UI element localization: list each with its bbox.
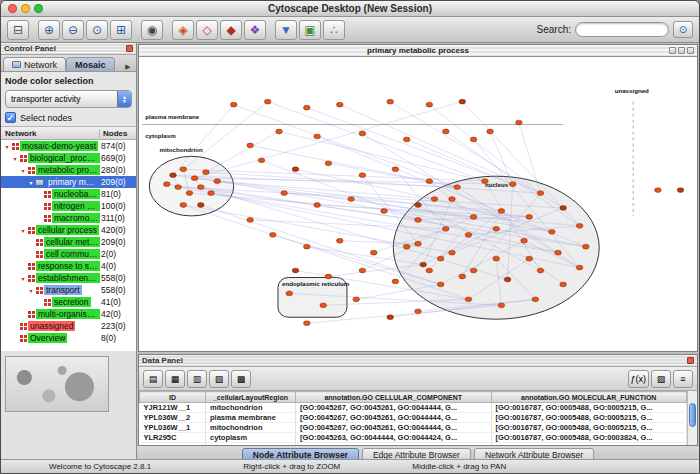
table-row[interactable]: YPL036W__1mitochondrion[GO:0045267, GO:0…: [140, 423, 687, 433]
snapshot-button[interactable]: ◉: [141, 20, 163, 40]
network-node[interactable]: [560, 206, 567, 211]
network-node[interactable]: [286, 291, 293, 296]
network-node[interactable]: [677, 188, 684, 193]
table-cell[interactable]: YJR121W__1: [140, 403, 206, 413]
network-node[interactable]: [247, 218, 254, 223]
network-edge[interactable]: [340, 105, 541, 193]
tree-row[interactable]: multi-organism pr...42(0): [1, 308, 136, 320]
network-node[interactable]: [449, 197, 456, 202]
tree-row[interactable]: ▾biological_process669(0): [1, 152, 136, 164]
network-node[interactable]: [304, 321, 311, 326]
network-node[interactable]: [560, 282, 567, 287]
tree-row[interactable]: ▾mosaic-demo-yeast874(0): [1, 140, 136, 152]
network-node[interactable]: [320, 303, 327, 308]
table-scrollbar-thumb[interactable]: [689, 403, 696, 427]
table-cell[interactable]: [GO:0016787, GO:0005488, GO:0005215, G..…: [491, 413, 687, 423]
attribute-select-button[interactable]: ▤: [143, 370, 163, 388]
expand-arrow-icon[interactable]: ▾: [19, 167, 27, 174]
tree-row[interactable]: cell communica...2(0): [1, 248, 136, 260]
tree-row[interactable]: unassigned223(0): [1, 320, 136, 332]
column-header[interactable]: _cellularLayoutRegion: [206, 392, 296, 403]
tree-row[interactable]: nucleobase...81(0): [1, 188, 136, 200]
network-node[interactable]: [191, 176, 198, 181]
table-cell[interactable]: [GO:0044444, GO:0044424, GO:0044446, ...: [296, 443, 492, 446]
network-node[interactable]: [264, 99, 271, 104]
network-node[interactable]: [465, 232, 472, 237]
attribute-delete-button[interactable]: ▥: [187, 370, 207, 388]
network-edge[interactable]: [279, 131, 485, 181]
network-node[interactable]: [230, 102, 237, 107]
network-node[interactable]: [175, 185, 182, 190]
expand-arrow-icon[interactable]: ▾: [3, 143, 11, 150]
table-cell[interactable]: plasma membrane: [206, 413, 296, 423]
network-node[interactable]: [381, 209, 388, 214]
network-node[interactable]: [498, 303, 505, 308]
network-node[interactable]: [314, 203, 321, 208]
network-node[interactable]: [387, 315, 394, 320]
table-cell[interactable]: [GO:0045263, GO:0044444, GO:0044424, G..…: [296, 433, 492, 443]
network-node[interactable]: [304, 244, 311, 249]
table-cell[interactable]: [GO:0016787, GO:0005488, GO:0005215, G..…: [491, 423, 687, 433]
filter-button[interactable]: ▼: [275, 20, 297, 40]
network-node[interactable]: [576, 223, 583, 228]
table-row[interactable]: YLR295Ccytoplasm[GO:0045263, GO:0044444,…: [140, 433, 687, 443]
network-node[interactable]: [247, 143, 254, 148]
table-cell[interactable]: YPL036W__2: [140, 413, 206, 423]
color-attribute-select[interactable]: transporter activity ▲▼: [5, 90, 132, 108]
table-cell[interactable]: mitochondrion: [206, 423, 296, 433]
network-node[interactable]: [336, 238, 343, 243]
table-cell[interactable]: [GO:0016787, GO:0005488, GO:0005215, G..…: [491, 403, 687, 413]
network-node[interactable]: [276, 129, 283, 134]
table-cell[interactable]: [GO:0005488, GO:0005215, GO:0003674, ...: [491, 443, 687, 446]
network-node[interactable]: [403, 244, 410, 249]
search-options-button[interactable]: ⊙: [673, 21, 693, 38]
network-view-titlebar[interactable]: primary metabolic process: [139, 45, 697, 57]
network-node[interactable]: [509, 182, 516, 187]
network-node[interactable]: [583, 244, 590, 249]
network-node[interactable]: [208, 191, 215, 196]
trash-button[interactable]: ▩: [231, 370, 251, 388]
network-node[interactable]: [353, 297, 360, 302]
network-node[interactable]: [292, 268, 299, 273]
function-builder-button[interactable]: ƒ(x): [628, 370, 650, 388]
network-node[interactable]: [392, 279, 399, 284]
network-node[interactable]: [555, 250, 562, 255]
network-column-header[interactable]: Network: [1, 129, 100, 138]
network-node[interactable]: [180, 203, 187, 208]
network-node[interactable]: [493, 226, 500, 231]
table-row[interactable]: YKR052Ccytoplasm[GO:0044444, GO:0044424,…: [140, 443, 687, 446]
network-node[interactable]: [498, 209, 505, 214]
network-node[interactable]: [487, 129, 494, 134]
network-node[interactable]: [270, 232, 277, 237]
frame-close-icon[interactable]: [687, 47, 694, 54]
network-node[interactable]: [392, 167, 399, 172]
tree-row[interactable]: ▾primary metabo...209(0): [1, 176, 136, 188]
zoom-selected-button[interactable]: ⊙: [86, 20, 108, 40]
network-node[interactable]: [325, 274, 332, 279]
network-node[interactable]: [459, 99, 466, 104]
network-node[interactable]: [415, 218, 422, 223]
network-node[interactable]: [504, 277, 511, 282]
tree-row[interactable]: Overview8(0): [1, 332, 136, 344]
network-node[interactable]: [348, 197, 355, 202]
network-node[interactable]: [197, 185, 204, 190]
minimize-button[interactable]: [21, 4, 30, 13]
table-row[interactable]: YJR121W__1mitochondrion[GO:0045267, GO:0…: [140, 403, 687, 413]
network-node[interactable]: [431, 197, 438, 202]
network-node[interactable]: [449, 250, 456, 255]
nodes-column-header[interactable]: Nodes: [100, 129, 136, 138]
network-node[interactable]: [197, 203, 204, 208]
expand-arrow-icon[interactable]: ▾: [19, 275, 27, 282]
network-node[interactable]: [336, 102, 343, 107]
network-node[interactable]: [203, 170, 210, 175]
expand-arrow-icon[interactable]: ▾: [27, 287, 35, 294]
attribute-new-button[interactable]: ▦: [165, 370, 185, 388]
expand-arrow-icon[interactable]: ▾: [11, 155, 19, 162]
table-cell[interactable]: mitochondrion: [206, 403, 296, 413]
network-overview-thumbnail[interactable]: [5, 356, 109, 412]
table-cell[interactable]: cytoplasm: [206, 443, 296, 446]
plugin-manager-button[interactable]: ▣: [299, 20, 321, 40]
new-network-button[interactable]: ◈: [172, 20, 194, 40]
network-node[interactable]: [180, 167, 187, 172]
table-row[interactable]: YPL036W__2plasma membrane[GO:0045267, GO…: [140, 413, 687, 423]
